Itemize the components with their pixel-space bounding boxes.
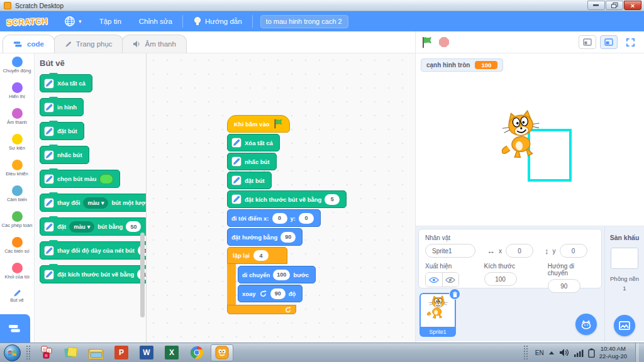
minimize-button[interactable]: [587, 1, 605, 10]
taskbar-scratch[interactable]: [211, 344, 233, 361]
sprite-card-sprite1[interactable]: Sprite1: [419, 293, 456, 329]
add-backdrop-button[interactable]: [614, 315, 635, 336]
fullscreen-button[interactable]: [621, 35, 639, 49]
palette-block-change-pen-color[interactable]: thay đổi màu▾ bút một lượng 10: [40, 194, 147, 212]
stop-button[interactable]: [439, 37, 449, 47]
category-motion[interactable]: Chuyển động: [0, 53, 34, 79]
category-sensing[interactable]: Cảm biến: [0, 182, 34, 208]
category-events[interactable]: Sự kiện: [0, 131, 34, 156]
tab-row: code Trang phục Âm thanh: [0, 31, 415, 53]
pen-icon: [44, 222, 54, 232]
globe-icon: [64, 16, 75, 27]
project-name-input[interactable]: [260, 15, 348, 28]
sprite-size-input[interactable]: 100: [484, 272, 517, 286]
palette-block-pen-down[interactable]: đặt bút: [40, 122, 84, 140]
category-operators[interactable]: Các phép toán: [0, 208, 34, 234]
taskbar-powerpoint[interactable]: P: [110, 344, 133, 361]
category-looks[interactable]: Hiển thị: [0, 79, 34, 105]
repeat-count-input[interactable]: 4: [253, 250, 269, 261]
palette-block-change-pen-size[interactable]: thay đổi độ dày của nét bút 1: [40, 241, 147, 260]
taskbar-word[interactable]: W: [135, 344, 158, 361]
stage[interactable]: cạnh hình tròn 100: [416, 53, 644, 226]
scratch-logo[interactable]: SCRATCH: [6, 16, 48, 26]
pen-icon: [13, 288, 22, 298]
color-param-dropdown[interactable]: màu▾: [83, 197, 108, 209]
block-palette: Bút vẽ Xóa tất cả in hình đặt bút nhấc b…: [35, 53, 147, 343]
tab-code[interactable]: code: [3, 35, 55, 53]
script-block-turn-right[interactable]: xoay 90 độ: [238, 285, 303, 302]
small-stage-button[interactable]: [579, 35, 596, 49]
palette-header: Bút vẽ: [40, 58, 146, 68]
category-control[interactable]: Điều khiển: [0, 156, 34, 182]
add-extension-button[interactable]: [0, 314, 30, 343]
palette-scrollbar[interactable]: [140, 233, 145, 317]
language-menu[interactable]: ▾: [57, 11, 89, 31]
volume-icon[interactable]: [559, 348, 569, 357]
menu-file[interactable]: Tập tin: [92, 11, 129, 31]
steps-input[interactable]: 100: [273, 270, 290, 280]
network-signal-icon[interactable]: [574, 349, 584, 357]
taskbar-chrome[interactable]: [186, 344, 208, 361]
script-block-pen-up[interactable]: nhấc bút: [227, 153, 277, 170]
script-block-erase-all[interactable]: Xóa tất cả: [227, 134, 280, 151]
sprite-name-input[interactable]: [425, 244, 475, 258]
add-sprite-button[interactable]: [575, 314, 597, 335]
category-myblocks[interactable]: Khối của tôi: [0, 260, 34, 285]
degrees-input[interactable]: 90: [270, 288, 286, 299]
large-stage-button[interactable]: [600, 35, 618, 49]
taskbar-unikey[interactable]: u i n: [35, 344, 57, 361]
script-block-repeat[interactable]: lặp lại 4 di chuyển 100 bước xoay 90: [227, 247, 316, 314]
direction-input[interactable]: 90: [280, 232, 296, 243]
palette-block-pen-up[interactable]: nhấc bút: [40, 146, 89, 164]
script-block-point-in-direction[interactable]: đặt hướng bằng 90: [227, 228, 303, 246]
tab-costumes[interactable]: Trang phục: [53, 35, 123, 53]
green-flag-button[interactable]: [421, 36, 433, 48]
category-variables[interactable]: Các biến số: [0, 234, 34, 260]
stage-panel-header: Sàn khấu: [605, 234, 644, 241]
show-sprite-button[interactable]: [426, 273, 442, 287]
delete-sprite-button[interactable]: [449, 288, 460, 300]
stage-header: [416, 31, 644, 53]
sprite-direction-input[interactable]: 90: [548, 279, 580, 293]
start-button[interactable]: [4, 344, 21, 361]
script-hat-when-clicked[interactable]: Khi bấm vào: [227, 115, 290, 133]
taskbar-excel[interactable]: X: [160, 344, 183, 361]
pen-size-input[interactable]: 5: [325, 194, 340, 205]
y-input[interactable]: 0: [299, 213, 314, 224]
show-desktop-button[interactable]: [635, 343, 639, 362]
sprite-panel: Nhân vật ↔ x 0 ↕ y 0 Xuất hiện: [416, 226, 604, 341]
pen-color-swatch[interactable]: [99, 174, 113, 184]
script-block-pen-down[interactable]: đặt bút: [227, 172, 272, 189]
x-input[interactable]: 0: [272, 213, 287, 224]
script-block-set-pen-size[interactable]: đặt kích thước bút vẽ bằng 5: [227, 190, 347, 208]
menu-edit[interactable]: Chỉnh sửa: [131, 11, 180, 31]
variable-monitor[interactable]: cạnh hình tròn 100: [421, 58, 503, 72]
set-amount-input[interactable]: 50: [126, 221, 141, 232]
backdrop-thumbnail[interactable]: [611, 248, 638, 269]
hide-sprite-button[interactable]: ⁄: [442, 273, 458, 287]
battery-icon[interactable]: [588, 348, 595, 358]
taskbar-sticky-notes[interactable]: [60, 344, 82, 361]
script-block-goto-xy[interactable]: đi tới điểm x: 0 y: 0: [227, 209, 321, 227]
show-hidden-icons-button[interactable]: [548, 351, 555, 355]
cat-sprite[interactable]: [492, 106, 550, 167]
color-param-dropdown[interactable]: màu▾: [69, 221, 94, 233]
palette-block-set-pen-size[interactable]: đặt kích thước bút vẽ bằng 1: [40, 265, 147, 283]
sprite-y-input[interactable]: 0: [560, 244, 587, 258]
palette-block-set-pen-color-to[interactable]: đặt màu▾ bút bằng 50: [40, 217, 147, 236]
taskbar-explorer[interactable]: [85, 344, 108, 361]
palette-block-set-pen-color[interactable]: chọn bút màu: [40, 170, 120, 188]
tab-sounds[interactable]: Âm thanh: [122, 35, 187, 53]
sprite-x-input[interactable]: 0: [506, 244, 533, 258]
script-block-move-steps[interactable]: di chuyển 100 bước: [238, 266, 316, 283]
language-indicator[interactable]: EN: [535, 349, 544, 356]
category-sound[interactable]: Âm thanh: [0, 105, 34, 131]
category-pen[interactable]: Bút vẽ: [0, 285, 34, 311]
palette-block-stamp[interactable]: in hình: [40, 98, 84, 116]
stage-selector-panel[interactable]: Sàn khấu Phông nền 1: [604, 226, 644, 341]
palette-block-erase-all[interactable]: Xóa tất cả: [40, 74, 92, 92]
close-button[interactable]: ×: [624, 1, 641, 10]
restore-button[interactable]: [606, 1, 623, 10]
taskbar-clock[interactable]: 10:40 AM 22-Aug-20: [599, 345, 631, 360]
menu-tutorials[interactable]: Hướng dẫn: [186, 11, 250, 31]
